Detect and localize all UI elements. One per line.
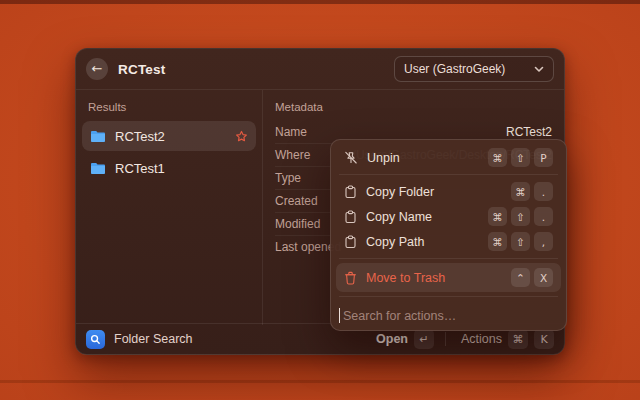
- shortcut-keys: ⌘ ⇧ .: [488, 207, 553, 226]
- folder-icon: [90, 162, 106, 175]
- folder-search-extension-icon: [86, 330, 105, 349]
- clipboard-icon: [344, 185, 357, 199]
- meta-label: Type: [275, 171, 301, 185]
- wallpaper-top-band: [0, 0, 640, 4]
- meta-label: Name: [275, 125, 307, 139]
- page-title: RCTest: [118, 62, 165, 77]
- menu-divider: [339, 296, 558, 297]
- clipboard-icon: [344, 210, 357, 224]
- shortcut-keys: ⌘ .: [511, 182, 553, 201]
- shortcut-keys: ⌃ X: [511, 268, 553, 287]
- back-arrow-icon: ←: [92, 58, 103, 80]
- menu-item-label: Unpin: [367, 151, 400, 165]
- actions-button[interactable]: Actions: [461, 332, 502, 346]
- wallpaper-lower-band: [0, 380, 640, 383]
- chevron-down-icon: [534, 66, 544, 73]
- menu-item-label: Copy Folder: [366, 185, 434, 199]
- results-section-label: Results: [88, 101, 250, 113]
- footer-actions: Open ↵ Actions ⌘ K: [376, 329, 554, 349]
- menu-divider: [339, 174, 558, 175]
- pin-slash-icon: [344, 151, 358, 165]
- back-button[interactable]: ←: [86, 58, 108, 80]
- desktop-background: ← RCTest User (GastroGeek) Results RCTes…: [0, 0, 640, 400]
- extension-name: Folder Search: [114, 332, 193, 346]
- menu-item-copy-folder[interactable]: Copy Folder ⌘ .: [336, 179, 561, 204]
- list-item-label: RCTest2: [115, 129, 165, 144]
- menu-item-label: Copy Path: [366, 235, 424, 249]
- menu-divider: [339, 258, 558, 259]
- meta-label: Created: [275, 194, 318, 208]
- cmd-keycap: ⌘: [508, 329, 528, 349]
- meta-label: Modified: [275, 217, 320, 231]
- text-caret: [339, 308, 340, 323]
- pinned-star-icon: [235, 130, 248, 143]
- menu-item-label: Copy Name: [366, 210, 432, 224]
- list-item-rctest1[interactable]: RCTest1: [82, 153, 256, 183]
- user-dropdown[interactable]: User (GastroGeek): [394, 56, 554, 82]
- menu-item-move-to-trash[interactable]: Move to Trash ⌃ X: [336, 263, 561, 292]
- menu-item-copy-path[interactable]: Copy Path ⌘ ⇧ ,: [336, 229, 561, 254]
- window-header: ← RCTest User (GastroGeek): [76, 49, 564, 90]
- menu-item-unpin[interactable]: Unpin ⌘ ⇧ P: [336, 145, 561, 170]
- k-keycap: K: [534, 329, 554, 349]
- menu-item-label: Move to Trash: [366, 271, 445, 285]
- list-item-label: RCTest1: [115, 161, 165, 176]
- shortcut-keys: ⌘ ⇧ ,: [488, 232, 553, 251]
- meta-label: Where: [275, 148, 310, 162]
- folder-icon: [90, 130, 106, 143]
- metadata-section-label: Metadata: [275, 101, 546, 113]
- results-pane: Results RCTest2 RCTest1: [76, 90, 263, 325]
- shortcut-keys: ⌘ ⇧ P: [488, 148, 553, 167]
- trash-icon: [344, 271, 357, 285]
- user-dropdown-value: User (GastroGeek): [404, 62, 505, 76]
- return-keycap: ↵: [414, 329, 434, 349]
- list-item-rctest2[interactable]: RCTest2: [82, 121, 256, 151]
- action-menu: Unpin ⌘ ⇧ P Copy Folder ⌘ . Copy Name: [330, 139, 567, 331]
- action-search: [336, 301, 561, 330]
- footer-divider: [445, 332, 446, 346]
- open-button[interactable]: Open: [376, 332, 408, 346]
- action-search-input[interactable]: [340, 309, 557, 323]
- clipboard-icon: [344, 235, 357, 249]
- menu-item-copy-name[interactable]: Copy Name ⌘ ⇧ .: [336, 204, 561, 229]
- meta-value: RCTest2: [506, 125, 552, 139]
